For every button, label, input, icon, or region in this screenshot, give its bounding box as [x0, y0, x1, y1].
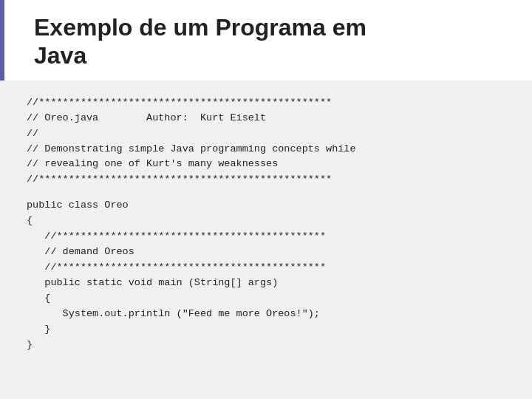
title-line1: Exemplo de um Programa em — [34, 14, 366, 41]
header: Exemplo de um Programa em Java — [0, 0, 532, 81]
code-block-1: //**************************************… — [27, 95, 505, 188]
code-spacer — [27, 188, 505, 198]
content-area: //**************************************… — [0, 81, 532, 399]
page-title: Exemplo de um Programa em Java — [34, 13, 366, 70]
code-block-2: public class Oreo { //******************… — [27, 198, 505, 352]
page: Exemplo de um Programa em Java //*******… — [0, 0, 532, 399]
title-line2: Java — [34, 42, 86, 69]
